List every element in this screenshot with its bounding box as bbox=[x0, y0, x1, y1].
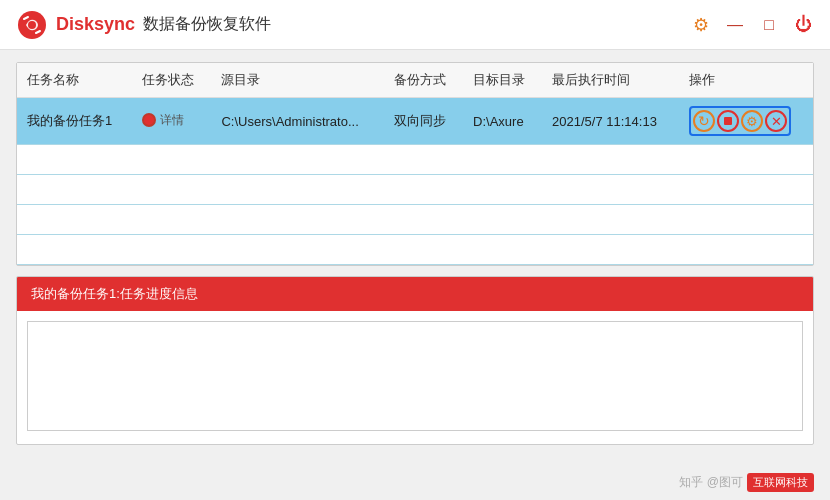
task-info-panel: 我的备份任务1:任务进度信息 bbox=[16, 276, 814, 445]
col-actions: 操作 bbox=[679, 63, 813, 98]
main-content: 任务名称 任务状态 源目录 备份方式 目标目录 最后执行时间 操作 我的备份任务… bbox=[0, 50, 830, 457]
table-row: 我的备份任务1 详情 C:\Users\Administrato... 双向同步… bbox=[17, 98, 813, 145]
action-buttons-group: ↻ ⚙ ✕ bbox=[689, 106, 791, 136]
maximize-button[interactable]: □ bbox=[758, 14, 780, 36]
minimize-button[interactable]: — bbox=[724, 14, 746, 36]
action-buttons: ↻ ⚙ ✕ bbox=[689, 106, 803, 136]
task-info-body bbox=[17, 311, 813, 444]
task-table-container: 任务名称 任务状态 源目录 备份方式 目标目录 最后执行时间 操作 我的备份任务… bbox=[16, 62, 814, 266]
task-info-textarea[interactable] bbox=[27, 321, 803, 431]
cell-actions: ↻ ⚙ ✕ bbox=[679, 98, 813, 145]
empty-row-1 bbox=[17, 145, 813, 175]
window-controls: ⚙ — □ ⏻ bbox=[690, 14, 814, 36]
footer: 知乎 @图可 互联网科技 bbox=[679, 473, 814, 492]
cell-task-status: 详情 bbox=[132, 98, 211, 145]
title-bar: Disksync 数据备份恢复软件 ⚙ — □ ⏻ bbox=[0, 0, 830, 50]
cell-last-run: 2021/5/7 11:14:13 bbox=[542, 98, 679, 145]
cell-task-name: 我的备份任务1 bbox=[17, 98, 132, 145]
sync-button[interactable]: ↻ bbox=[693, 110, 715, 132]
stop-button[interactable] bbox=[717, 110, 739, 132]
delete-button[interactable]: ✕ bbox=[765, 110, 787, 132]
task-settings-button[interactable]: ⚙ bbox=[741, 110, 763, 132]
empty-row-4 bbox=[17, 235, 813, 265]
app-subtitle: 数据备份恢复软件 bbox=[143, 14, 271, 35]
app-name: Disksync bbox=[56, 14, 135, 35]
app-logo bbox=[16, 9, 48, 41]
status-dot bbox=[142, 113, 156, 127]
cell-target: D:\Axure bbox=[463, 98, 542, 145]
footer-text: 知乎 @图可 bbox=[679, 474, 743, 491]
task-table: 任务名称 任务状态 源目录 备份方式 目标目录 最后执行时间 操作 我的备份任务… bbox=[17, 63, 813, 265]
status-indicator: 详情 bbox=[142, 112, 184, 129]
col-last-run: 最后执行时间 bbox=[542, 63, 679, 98]
col-task-status: 任务状态 bbox=[132, 63, 211, 98]
power-button[interactable]: ⏻ bbox=[792, 14, 814, 36]
settings-button[interactable]: ⚙ bbox=[690, 14, 712, 36]
col-source: 源目录 bbox=[211, 63, 384, 98]
table-header: 任务名称 任务状态 源目录 备份方式 目标目录 最后执行时间 操作 bbox=[17, 63, 813, 98]
svg-point-1 bbox=[28, 21, 36, 29]
footer-badge: 互联网科技 bbox=[747, 473, 814, 492]
stop-icon bbox=[724, 117, 732, 125]
cell-backup-type: 双向同步 bbox=[384, 98, 463, 145]
col-target: 目标目录 bbox=[463, 63, 542, 98]
empty-row-3 bbox=[17, 205, 813, 235]
col-task-name: 任务名称 bbox=[17, 63, 132, 98]
empty-row-2 bbox=[17, 175, 813, 205]
cell-source: C:\Users\Administrato... bbox=[211, 98, 384, 145]
detail-link[interactable]: 详情 bbox=[160, 112, 184, 129]
task-info-header: 我的备份任务1:任务进度信息 bbox=[17, 277, 813, 311]
col-backup-type: 备份方式 bbox=[384, 63, 463, 98]
